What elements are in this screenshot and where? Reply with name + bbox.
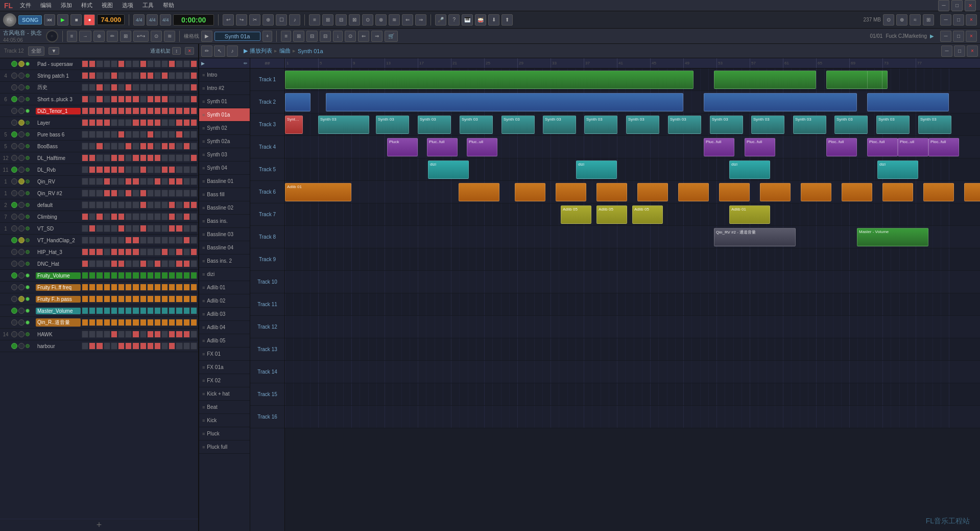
pattern-block[interactable]: Synth 03 (501, 116, 535, 134)
channel-pad[interactable] (161, 96, 168, 103)
track-lane[interactable]: PluckPluc..fullPluc..ullPluc..fullPluc..… (285, 136, 980, 158)
channel-pad[interactable] (96, 225, 103, 232)
toolbar-icon-help[interactable]: ? (448, 14, 460, 26)
channel-pad[interactable] (96, 178, 103, 185)
channel-row[interactable]: 5 BooBass (0, 141, 198, 152)
channel-solo[interactable] (18, 131, 25, 137)
channel-pad[interactable] (147, 96, 154, 103)
channel-row[interactable]: 1 VT_SD (0, 223, 198, 235)
channel-pad[interactable] (96, 154, 103, 161)
pattern-list-item[interactable]: Intro #2 (199, 82, 250, 95)
channel-pad[interactable] (96, 166, 103, 173)
pattern-block[interactable] (719, 183, 750, 201)
arr-tool-1[interactable]: ≡ (67, 31, 77, 42)
channel-pad[interactable] (118, 225, 125, 232)
channel-pad[interactable] (147, 72, 154, 79)
channel-solo[interactable] (18, 237, 25, 243)
track-lane[interactable]: dizidizidizidizidizi (285, 158, 980, 181)
pattern-block[interactable]: Synth 03 (751, 116, 784, 134)
channel-name[interactable]: Climbing (36, 214, 81, 220)
channel-pad[interactable] (89, 331, 95, 338)
pattern-block[interactable]: Adlib 05 (596, 205, 627, 224)
arr-tool-14[interactable]: ⇐ (358, 31, 369, 42)
channel-pad[interactable] (140, 225, 147, 232)
channel-pad[interactable] (132, 284, 139, 291)
channel-mute[interactable] (11, 108, 17, 114)
channel-pad[interactable] (140, 260, 147, 267)
channel-pad[interactable] (190, 166, 197, 173)
channel-pad[interactable] (118, 143, 125, 150)
channel-pad[interactable] (111, 190, 117, 197)
pattern-list-item[interactable]: Kick (199, 414, 250, 427)
channel-row[interactable]: 11 DL_Rvb (0, 164, 198, 176)
channel-pad[interactable] (169, 178, 175, 185)
channel-pad[interactable] (176, 260, 182, 267)
channel-pad[interactable] (132, 295, 139, 303)
channel-name[interactable]: VT_HandClap_2 (36, 238, 81, 243)
channel-pad[interactable] (169, 201, 175, 209)
channel-pad[interactable] (89, 131, 95, 138)
channel-pad[interactable] (89, 166, 95, 173)
channel-pad[interactable] (111, 295, 117, 303)
channel-pad[interactable] (118, 260, 125, 267)
channel-pad[interactable] (176, 331, 182, 338)
channel-pad[interactable] (176, 307, 182, 314)
channel-name[interactable]: String patch 1 (36, 73, 81, 79)
channel-solo[interactable] (18, 331, 25, 337)
channel-pad[interactable] (190, 331, 197, 338)
channel-pad[interactable] (125, 190, 132, 197)
channel-solo[interactable] (18, 143, 25, 149)
channel-pad[interactable] (82, 72, 88, 79)
channel-pad[interactable] (125, 260, 132, 267)
pattern-selector[interactable]: Synth 01a (214, 32, 260, 41)
pattern-block[interactable]: Synth 03 (918, 116, 951, 134)
track-lane[interactable]: Adlib 05Adlib 05Adlib 05Adlib 01 (285, 203, 980, 226)
channel-name[interactable]: DiZi_Tenor_1 (36, 108, 81, 114)
channel-pad[interactable] (169, 143, 175, 150)
channel-pad[interactable] (111, 284, 117, 291)
channel-pad[interactable] (154, 213, 161, 220)
channel-pad[interactable] (154, 154, 161, 161)
pattern-add[interactable]: + (262, 31, 273, 42)
channel-pad[interactable] (104, 331, 110, 338)
channel-name[interactable]: Pad - supersaw (36, 61, 81, 67)
channel-pad[interactable] (82, 248, 88, 256)
channel-pad[interactable] (104, 213, 110, 220)
channel-pad[interactable] (190, 248, 197, 256)
channel-pad[interactable] (154, 342, 161, 350)
channel-pad[interactable] (154, 307, 161, 314)
channel-pad[interactable] (176, 72, 182, 79)
channel-pad[interactable] (82, 295, 88, 303)
channel-mute[interactable] (11, 167, 17, 173)
channel-pad[interactable] (154, 72, 161, 79)
channel-solo[interactable] (18, 296, 25, 302)
channel-pad[interactable] (111, 331, 117, 338)
pattern-block[interactable]: Adlib 05 (632, 205, 663, 224)
song-pat-toggle[interactable]: SONG (18, 15, 42, 25)
channel-pad[interactable] (183, 72, 190, 79)
arr-tool-10[interactable]: ⊟ (306, 31, 318, 42)
channel-pad[interactable] (132, 248, 139, 256)
channel-pad[interactable] (132, 119, 139, 126)
pattern-list-item[interactable]: FX 01a (199, 361, 250, 374)
pattern-list-item[interactable]: Pluck (199, 427, 250, 441)
transport-record[interactable]: ● (84, 14, 95, 26)
pattern-block[interactable]: Adlib 01 (729, 205, 770, 224)
arr-tool-magnet[interactable]: ⊕ (93, 31, 105, 42)
arr-tool-15[interactable]: ⇒ (371, 31, 383, 42)
channel-pad[interactable] (125, 72, 132, 79)
pattern-block[interactable]: Pluck (387, 138, 418, 156)
channel-pad[interactable] (111, 201, 117, 209)
track-lane[interactable] (285, 316, 980, 338)
channel-pad[interactable] (140, 96, 147, 103)
channel-pad[interactable] (125, 201, 132, 209)
channel-pad[interactable] (190, 284, 197, 291)
channel-pad[interactable] (111, 319, 117, 326)
arr-tool-select[interactable]: ↖ (214, 45, 225, 57)
channel-pad[interactable] (96, 260, 103, 267)
channel-pad[interactable] (154, 272, 161, 279)
channel-pad[interactable] (111, 166, 117, 173)
channel-name[interactable]: Layer (36, 120, 81, 126)
channel-pad[interactable] (147, 331, 154, 338)
window-maximize[interactable]: □ (951, 0, 963, 11)
